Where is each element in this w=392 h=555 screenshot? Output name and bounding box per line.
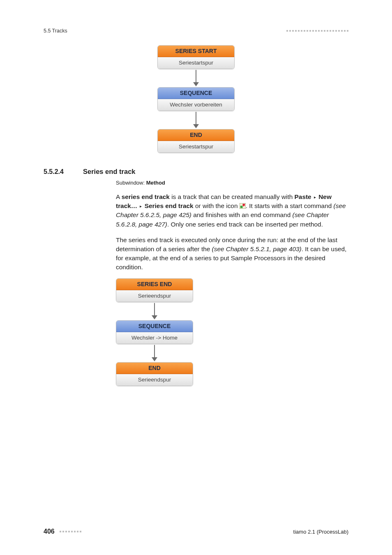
page-number: 406 (44, 528, 55, 535)
footer-product: tiamo 2.1 (ProcessLab) (293, 529, 348, 535)
diagram-block-series-start: SERIES START Seriestartspur (157, 45, 235, 69)
arrow-down-icon (152, 303, 157, 319)
subwindow-line: Subwindow: Method (116, 180, 348, 186)
section-heading: 5.5.2.4 Series end track (44, 168, 348, 176)
series-start-diagram: SERIES START Seriestartspur SEQUENCE Wec… (44, 45, 348, 153)
header-section-ref: 5.5 Tracks (44, 28, 67, 34)
arrow-down-icon (193, 112, 199, 128)
arrow-down-icon (193, 70, 199, 86)
paragraph-1: A series end track is a track that can b… (116, 192, 348, 229)
page-footer: 406 tiamo 2.1 (ProcessLab) (44, 528, 348, 535)
diagram-block-sequence: SEQUENCE Wechsler -> Home (116, 320, 193, 344)
series-end-track-icon (240, 203, 246, 209)
block-sub: Seriestartspur (158, 57, 234, 69)
block-sub: Wechsler -> Home (116, 332, 193, 344)
diagram-block-end: END Serieendspur (116, 362, 193, 386)
diagram-block-end: END Seriestartspur (157, 129, 235, 153)
diagram-block-sequence: SEQUENCE Wechsler vorbereiten (157, 87, 235, 111)
block-sub: Serieendspur (116, 290, 193, 302)
subwindow-label: Subwindow: (116, 180, 146, 186)
block-sub: Seriestartspur (158, 141, 234, 153)
triangle-icon: ▸ (313, 194, 317, 200)
header-decor (286, 30, 348, 32)
svg-rect-1 (240, 206, 243, 208)
block-head: SERIES END (116, 279, 193, 290)
footer-decor (60, 531, 81, 532)
arrow-down-icon (152, 345, 157, 361)
section-title: Series end track (83, 168, 136, 176)
subwindow-value: Method (146, 180, 165, 186)
block-head: SEQUENCE (158, 88, 234, 99)
block-head: SEQUENCE (116, 321, 193, 332)
block-head: END (158, 130, 234, 141)
block-head: SERIES START (158, 46, 234, 57)
section-number: 5.5.2.4 (44, 168, 71, 176)
series-end-diagram: SERIES END Serieendspur SEQUENCE Wechsle… (116, 278, 348, 386)
paragraph-2: The series end track is executed only on… (116, 236, 348, 272)
triangle-icon: ▸ (139, 204, 143, 209)
page-header: 5.5 Tracks (44, 28, 348, 34)
block-sub: Wechsler vorbereiten (158, 99, 234, 111)
block-sub: Serieendspur (116, 374, 193, 386)
diagram-block-series-end: SERIES END Serieendspur (116, 278, 193, 302)
block-head: END (116, 363, 193, 374)
